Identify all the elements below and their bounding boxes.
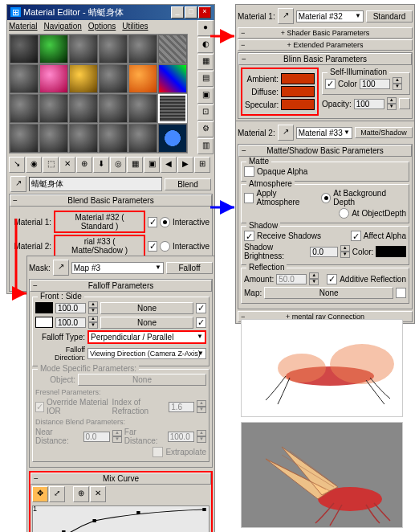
specular-color[interactable]	[281, 99, 315, 110]
material-name-input[interactable]: 蜻蜓身体	[29, 177, 162, 191]
refl-amount-spinner[interactable]: 50.0	[276, 274, 307, 284]
shadow-color[interactable]	[376, 246, 406, 257]
side-check[interactable]	[196, 317, 206, 328]
material-type-button[interactable]: Blend	[165, 178, 211, 190]
background-icon[interactable]: ▦	[197, 54, 214, 70]
mat1-interactive-radio[interactable]	[160, 217, 169, 227]
side-spinner[interactable]: 100.0	[55, 317, 86, 328]
falloff-dir-dropdown[interactable]: Viewing Direction (Camera Z-Axis)	[87, 348, 206, 359]
ambient-color[interactable]	[281, 73, 315, 84]
tile-icon[interactable]: ▤	[197, 71, 214, 87]
refl-map-check[interactable]	[396, 288, 406, 298]
mat1-name-dropdown[interactable]: Material #32	[296, 10, 364, 23]
front-spinner[interactable]: 100.0	[55, 303, 86, 313]
front-map-button[interactable]: None	[100, 302, 193, 314]
menu-material[interactable]: Material	[9, 22, 38, 31]
minimize-button[interactable]: _	[171, 6, 184, 18]
apply-atmo-check[interactable]	[244, 193, 254, 203]
navigator-icon[interactable]: ⊞	[194, 157, 210, 173]
pick-icon[interactable]: ↗	[53, 260, 69, 276]
blend-params-header[interactable]: Blend Basic Parameters	[10, 194, 212, 207]
menu-options[interactable]: Options	[88, 22, 116, 31]
mask-type-button[interactable]: Falloff	[166, 262, 213, 274]
parent-icon[interactable]: ◀	[161, 157, 177, 173]
blinn-params-header[interactable]: Blinn Basic Parameters	[238, 53, 412, 65]
select-icon[interactable]: ▥	[197, 138, 214, 154]
shader-params-header[interactable]: + Shader Basic Parameters	[238, 27, 413, 39]
copy-icon[interactable]: ⊕	[76, 157, 92, 173]
mat1-enable-check[interactable]	[148, 217, 157, 227]
close-button[interactable]: ×	[198, 6, 211, 18]
video-icon[interactable]: ▣	[197, 88, 214, 104]
diffuse-color[interactable]	[281, 86, 315, 97]
mask-name-dropdown[interactable]: Map #3	[71, 262, 164, 274]
render-preview-1	[241, 319, 403, 417]
mixcurve-header[interactable]: Mix Curve	[31, 473, 211, 485]
material-swatches[interactable]	[9, 34, 188, 153]
mat2-type-button[interactable]: Matte/Shadow	[355, 127, 413, 138]
sibling-icon[interactable]: ▶	[177, 157, 193, 173]
obj-depth-radio[interactable]	[339, 208, 349, 219]
extended-params-header[interactable]: + Extended Parameters	[238, 39, 413, 51]
mix-curve-graph[interactable]: 1 0	[32, 505, 210, 532]
backlight-icon[interactable]: ◐	[197, 37, 214, 53]
falloff-type-dropdown[interactable]: Perpendicular / Parallel	[87, 330, 206, 344]
opaque-alpha-check[interactable]	[244, 166, 254, 177]
window-titlebar: ⊞ Material Editor - 蜻蜓身体 _ □ ×	[7, 5, 214, 20]
matteshadow-header[interactable]: Matte/Shadow Basic Parameters	[238, 145, 412, 157]
override-ior-check	[35, 402, 44, 412]
object-button: None	[78, 374, 206, 386]
front-check[interactable]	[196, 303, 206, 313]
show-result-icon[interactable]: ▣	[144, 157, 160, 173]
menu-utilities[interactable]: Utilities	[122, 22, 148, 31]
mat1-type-button[interactable]: Standard	[366, 10, 413, 23]
svg-point-7	[330, 344, 394, 384]
shadow-brightness-spinner[interactable]: 0.0	[310, 247, 338, 257]
menubar: Material Navigation Options Utilities	[7, 20, 214, 32]
delete-point-icon[interactable]: ✕	[90, 486, 106, 502]
move-point-icon[interactable]: ✥	[32, 486, 48, 502]
reset-icon[interactable]: ✕	[59, 157, 75, 173]
preview-icon[interactable]: ⊡	[197, 104, 214, 121]
side-map-button[interactable]: None	[100, 317, 193, 329]
front-color[interactable]	[35, 302, 53, 313]
selfillum-check[interactable]	[325, 79, 336, 89]
svg-point-8	[278, 354, 326, 383]
put-library-icon[interactable]: ⬇	[93, 157, 109, 173]
pick-icon[interactable]: ↗	[278, 125, 294, 141]
show-map-icon[interactable]: ▦	[127, 157, 143, 173]
refl-map-button[interactable]: None	[264, 287, 393, 299]
svg-rect-3	[92, 519, 96, 522]
maximize-button[interactable]: □	[185, 6, 197, 18]
falloff-params-header[interactable]: Falloff Parameters	[30, 280, 212, 292]
side-color[interactable]	[35, 317, 53, 328]
bg-depth-radio[interactable]	[321, 193, 331, 203]
get-material-icon[interactable]: ↘	[9, 157, 25, 173]
opacity-map-button[interactable]	[399, 98, 410, 109]
material1-button[interactable]: Material #32 ( Standard )	[54, 211, 145, 233]
options-icon[interactable]: ⚙	[197, 121, 214, 137]
opacity-spinner[interactable]: 100	[354, 99, 384, 109]
effects-icon[interactable]: ◎	[110, 157, 126, 173]
additive-refl-check[interactable]	[327, 274, 337, 284]
editor-toolbar: ↘ ◉ ⬚ ✕ ⊕ ⬇ ◎ ▦ ▣ ◀ ▶ ⊞	[7, 155, 214, 174]
pick-icon[interactable]: ↗	[10, 176, 26, 192]
material2-button[interactable]: rial #33 ( Matte/Shadow )	[54, 235, 145, 257]
render-preview-2	[241, 422, 403, 528]
mat2-name-dropdown[interactable]: Material #33	[296, 127, 352, 139]
menu-navigation[interactable]: Navigation	[44, 22, 82, 31]
put-scene-icon[interactable]: ◉	[26, 157, 42, 173]
assign-icon[interactable]: ⬚	[43, 157, 59, 173]
add-point-icon[interactable]: ⊕	[73, 486, 89, 502]
mat2-interactive-radio[interactable]	[160, 241, 169, 252]
affect-alpha-check[interactable]	[351, 231, 361, 241]
selfillum-spinner[interactable]: 100	[360, 79, 390, 89]
mat2-label: Material 2:	[12, 242, 51, 251]
svg-rect-4	[136, 511, 140, 514]
scale-point-icon[interactable]: ⤢	[49, 486, 65, 502]
recv-shadow-check[interactable]	[244, 231, 254, 241]
sample-type-icon[interactable]: ●	[197, 20, 214, 36]
pick-icon[interactable]: ↗	[278, 8, 294, 24]
mat2-enable-check[interactable]	[148, 241, 157, 252]
mat1-label: Material 1:	[12, 218, 51, 227]
